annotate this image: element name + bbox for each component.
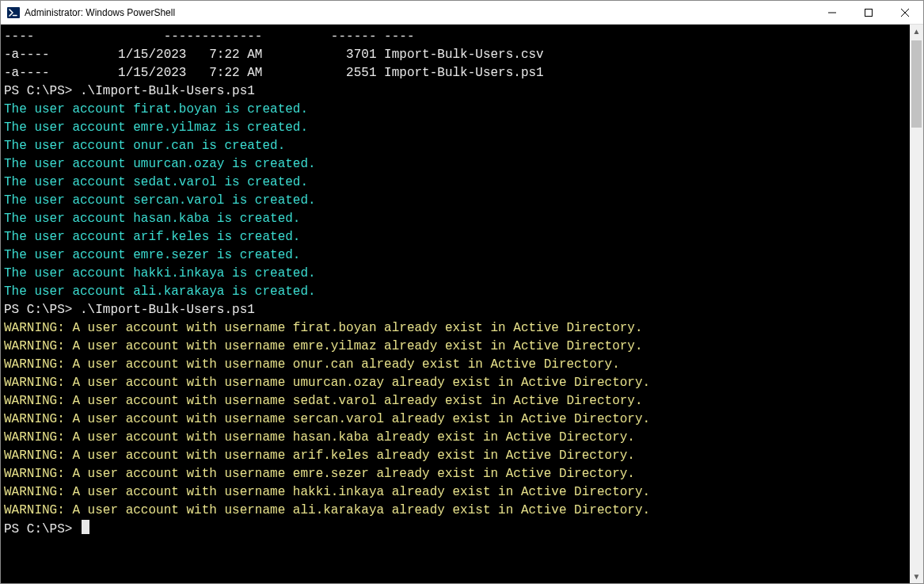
svg-rect-3 bbox=[865, 9, 873, 16]
terminal-line: The user account umurcan.ozay is created… bbox=[4, 155, 910, 174]
terminal-container: ---- ------------- ------ -----a---- 1/1… bbox=[1, 25, 923, 583]
terminal-line: WARNING: A user account with username ha… bbox=[4, 429, 910, 447]
terminal-line: ---- ------------- ------ ---- bbox=[4, 28, 910, 46]
terminal-line: The user account emre.yilmaz is created. bbox=[4, 119, 910, 137]
terminal-line: The user account hasan.kaba is created. bbox=[4, 210, 910, 228]
vertical-scrollbar[interactable]: ▲ ▼ bbox=[910, 25, 923, 583]
scroll-up-arrow-icon[interactable]: ▲ bbox=[910, 25, 923, 38]
powershell-icon bbox=[7, 6, 20, 19]
scrollbar-thumb[interactable] bbox=[911, 40, 922, 128]
terminal-line: WARNING: A user account with username um… bbox=[4, 374, 910, 392]
terminal-line: WARNING: A user account with username ha… bbox=[4, 483, 910, 502]
terminal-line: WARNING: A user account with username fi… bbox=[4, 319, 910, 338]
terminal-line: The user account arif.keles is created. bbox=[4, 228, 910, 246]
terminal-line: PS C:\PS> .\Import-Bulk-Users.ps1 bbox=[4, 301, 910, 319]
terminal-line: -a---- 1/15/2023 7:22 AM 2551 Import-Bul… bbox=[4, 64, 910, 82]
terminal-line: The user account hakki.inkaya is created… bbox=[4, 265, 910, 283]
scroll-down-arrow-icon[interactable]: ▼ bbox=[910, 570, 923, 583]
window-titlebar[interactable]: Administrator: Windows PowerShell bbox=[1, 1, 923, 25]
terminal-line: The user account firat.boyan is created. bbox=[4, 101, 910, 119]
terminal-line: The user account sedat.varol is created. bbox=[4, 174, 910, 192]
terminal-line: The user account onur.can is created. bbox=[4, 137, 910, 155]
terminal-line: WARNING: A user account with username em… bbox=[4, 465, 910, 483]
window-title: Administrator: Windows PowerShell bbox=[25, 7, 175, 18]
terminal-line: -a---- 1/15/2023 7:22 AM 3701 Import-Bul… bbox=[4, 46, 910, 64]
terminal-line: WARNING: A user account with username se… bbox=[4, 410, 910, 429]
terminal-line: The user account ali.karakaya is created… bbox=[4, 283, 910, 301]
terminal-output[interactable]: ---- ------------- ------ -----a---- 1/1… bbox=[1, 25, 910, 583]
terminal-cursor bbox=[82, 520, 89, 534]
terminal-line: WARNING: A user account with username em… bbox=[4, 338, 910, 356]
terminal-line: The user account sercan.varol is created… bbox=[4, 192, 910, 210]
terminal-line: The user account emre.sezer is created. bbox=[4, 246, 910, 265]
terminal-line: WARNING: A user account with username on… bbox=[4, 356, 910, 374]
window-close-button[interactable] bbox=[887, 1, 923, 25]
terminal-line: WARNING: A user account with username se… bbox=[4, 392, 910, 410]
terminal-line: WARNING: A user account with username al… bbox=[4, 502, 910, 520]
terminal-line: WARNING: A user account with username ar… bbox=[4, 447, 910, 465]
terminal-line: PS C:\PS> bbox=[4, 520, 910, 539]
terminal-line: PS C:\PS> .\Import-Bulk-Users.ps1 bbox=[4, 82, 910, 101]
window-minimize-button[interactable] bbox=[814, 1, 850, 25]
window-maximize-button[interactable] bbox=[850, 1, 887, 25]
svg-rect-0 bbox=[7, 7, 20, 18]
